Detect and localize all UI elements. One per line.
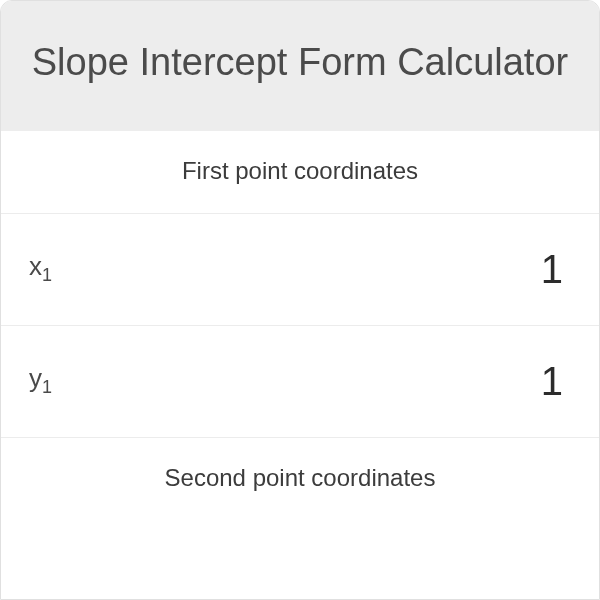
x1-label-base: x [29, 251, 42, 281]
calculator-title: Slope Intercept Form Calculator [21, 39, 579, 87]
calculator-card: Slope Intercept Form Calculator First po… [0, 0, 600, 600]
x1-label: x1 [29, 251, 52, 286]
x1-field-row[interactable]: x1 1 [1, 214, 599, 326]
y1-label-base: y [29, 363, 42, 393]
first-point-heading: First point coordinates [1, 131, 599, 214]
x1-input[interactable]: 1 [541, 247, 563, 292]
second-point-heading: Second point coordinates [1, 438, 599, 492]
x1-label-sub: 1 [42, 266, 52, 286]
y1-input[interactable]: 1 [541, 359, 563, 404]
y1-label: y1 [29, 363, 52, 398]
calculator-header: Slope Intercept Form Calculator [1, 1, 599, 131]
y1-label-sub: 1 [42, 378, 52, 398]
y1-field-row[interactable]: y1 1 [1, 326, 599, 438]
